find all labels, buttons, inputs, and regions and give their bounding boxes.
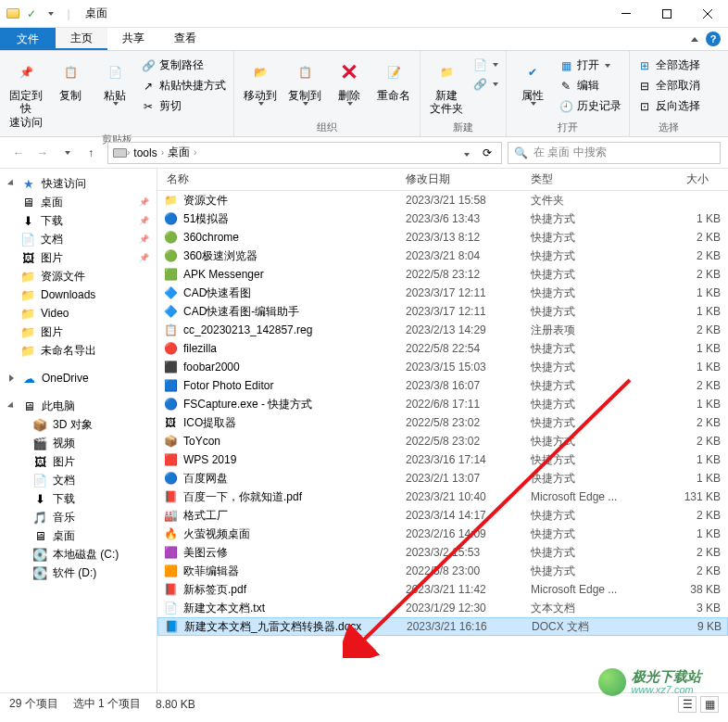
table-row[interactable]: 🔷CAD快速看图2023/3/17 12:11快捷方式1 KB — [157, 284, 728, 302]
history-button[interactable]: 🕘历史记录 — [555, 96, 625, 116]
newfolder-button[interactable]: 📁新建 文件夹 — [424, 56, 469, 118]
expand-icon[interactable] — [7, 401, 16, 410]
table-row[interactable]: 🔴filezilla2022/5/8 22:54快捷方式1 KB — [157, 339, 728, 358]
tab-home[interactable]: 主页 — [56, 28, 107, 50]
sidebar-item[interactable]: 💽本地磁盘 (C:) — [0, 545, 157, 564]
table-row[interactable]: 🟦Fotor Photo Editor2023/3/8 16:07快捷方式2 K… — [157, 376, 728, 395]
sidebar-item[interactable]: 💽软件 (D:) — [0, 564, 157, 582]
cut-button[interactable]: ✂剪切 — [137, 96, 230, 116]
table-row[interactable]: 🟥WPS 20192023/3/16 17:14快捷方式1 KB — [157, 450, 728, 469]
newitem-button[interactable]: 📄 — [469, 56, 502, 74]
forward-button[interactable]: → — [31, 142, 54, 164]
search-input[interactable]: 🔍 在 桌面 中搜索 — [508, 142, 721, 164]
sidebar-item[interactable]: 📁图片 — [0, 323, 157, 341]
table-row[interactable]: 📕新标签页.pdf2023/3/21 11:42Microsoft Edge .… — [157, 580, 728, 599]
sidebar-item[interactable]: 🖼图片 — [0, 452, 157, 471]
sidebar-item[interactable]: 📁未命名导出 — [0, 341, 157, 360]
file-size: 1 KB — [665, 342, 721, 355]
breadcrumb-seg[interactable]: 桌面 — [164, 145, 194, 160]
chevron-right-icon[interactable]: › — [194, 147, 196, 158]
sidebar-item[interactable]: 🎬视频 — [0, 434, 157, 452]
sidebar-onedrive[interactable]: ☁OneDrive — [0, 369, 157, 387]
collapse-ribbon-icon[interactable] — [691, 37, 698, 42]
table-row[interactable]: 🖼ICO提取器2022/5/8 23:02快捷方式2 KB — [157, 413, 728, 432]
col-date[interactable]: 修改日期 — [400, 171, 525, 187]
delete-button[interactable]: ✕删除 — [327, 56, 371, 108]
column-headers[interactable]: 名称 修改日期 类型 大小 — [157, 169, 728, 191]
pasteshortcut-button[interactable]: ↗粘贴快捷方式 — [137, 76, 230, 95]
selectnone-button[interactable]: ⊟全部取消 — [634, 76, 704, 95]
addr-dropdown[interactable] — [457, 146, 475, 159]
close-button[interactable] — [687, 0, 728, 28]
table-row[interactable]: 🔵百度网盘2023/2/1 13:07快捷方式1 KB — [157, 469, 728, 488]
copy-button[interactable]: 📋 复制 — [48, 56, 93, 104]
sidebar-quickaccess[interactable]: ★快速访问 — [0, 174, 157, 193]
tab-view[interactable]: 查看 — [159, 28, 211, 50]
sidebar-item[interactable]: ⬇下载 — [0, 211, 157, 230]
col-name[interactable]: 名称 — [157, 171, 400, 187]
sidebar-item[interactable]: 🖥桌面 — [0, 526, 157, 545]
recent-dropdown[interactable] — [56, 142, 78, 164]
table-row[interactable]: 📕百度一下，你就知道.pdf2023/3/21 10:40Microsoft E… — [157, 488, 728, 506]
table-row[interactable]: 🟪美图云修2023/3/2 15:53快捷方式2 KB — [157, 543, 728, 562]
table-row[interactable]: 🟢360极速浏览器2023/3/21 8:04快捷方式2 KB — [157, 247, 728, 265]
sidebar-thispc[interactable]: 🖥此电脑 — [0, 397, 157, 415]
table-row[interactable]: 🟢360chrome2023/3/13 8:12快捷方式2 KB — [157, 228, 728, 247]
sidebar[interactable]: ★快速访问 🖥桌面⬇下载📄文档🖼图片📁资源文件📁Downloads📁Video📁… — [0, 169, 157, 692]
table-row[interactable]: 📘新建文本文档_九雷文档转换器.docx2023/3/21 16:16DOCX … — [157, 617, 728, 636]
copyto-button[interactable]: 📋复制到 — [282, 56, 327, 108]
back-button[interactable]: ← — [7, 142, 30, 164]
maximize-button[interactable] — [646, 0, 687, 28]
tab-share[interactable]: 共享 — [107, 28, 159, 50]
file-size: 1 KB — [665, 212, 721, 225]
pin-quickaccess-button[interactable]: 📌 固定到快 速访问 — [4, 56, 48, 131]
table-row[interactable]: 📄新建文本文档.txt2023/1/29 12:30文本文档3 KB — [157, 599, 728, 617]
sidebar-item[interactable]: 📁Downloads — [0, 285, 157, 304]
sidebar-item[interactable]: 🎵音乐 — [0, 508, 157, 526]
expand-icon[interactable] — [7, 179, 16, 187]
easyaccess-button[interactable]: 🔗 — [469, 75, 502, 94]
breadcrumb-seg[interactable]: tools — [130, 146, 160, 159]
copypath-button[interactable]: 🔗复制路径 — [137, 56, 230, 75]
sidebar-item[interactable]: 📦3D 对象 — [0, 415, 157, 434]
open-button[interactable]: ▦打开 — [555, 56, 625, 75]
check-icon[interactable]: ✓ — [24, 6, 39, 21]
table-row[interactable]: 📋cc_20230213_142857.reg2023/2/13 14:29注册… — [157, 321, 728, 339]
col-size[interactable]: 大小 — [659, 171, 715, 187]
up-button[interactable]: ↑ — [80, 142, 102, 164]
sidebar-item[interactable]: 📄文档 — [0, 471, 157, 489]
address-bar[interactable]: › tools › 桌面 › ⟳ — [107, 142, 502, 164]
qat-dropdown[interactable] — [43, 6, 57, 21]
moveto-button[interactable]: 📂移动到 — [238, 56, 282, 108]
col-type[interactable]: 类型 — [525, 171, 659, 187]
invert-button[interactable]: ⊡反向选择 — [634, 96, 704, 116]
file-date: 2023/3/14 14:17 — [406, 509, 531, 522]
edit-button[interactable]: ✎编辑 — [555, 76, 625, 95]
help-icon[interactable]: ? — [706, 32, 721, 46]
table-row[interactable]: 🟩APK Messenger2022/5/8 23:12快捷方式2 KB — [157, 265, 728, 284]
sidebar-item[interactable]: 📁Video — [0, 304, 157, 323]
rows[interactable]: 📁资源文件2023/3/21 15:58文件夹🔵51模拟器2023/3/6 13… — [157, 191, 728, 692]
paste-button[interactable]: 📄 粘贴 — [93, 56, 137, 108]
sidebar-item[interactable]: ⬇下载 — [0, 489, 157, 508]
table-row[interactable]: 📦ToYcon2022/5/8 23:02快捷方式2 KB — [157, 432, 728, 450]
minimize-button[interactable] — [606, 0, 646, 28]
table-row[interactable]: 🟧欧菲编辑器2022/5/8 23:00快捷方式2 KB — [157, 562, 728, 580]
rename-button[interactable]: 📝重命名 — [371, 56, 416, 104]
table-row[interactable]: 🔷CAD快速看图-编辑助手2023/3/17 12:11快捷方式1 KB — [157, 302, 728, 321]
table-row[interactable]: 📁资源文件2023/3/21 15:58文件夹 — [157, 191, 728, 209]
tab-file[interactable]: 文件 — [0, 28, 56, 50]
expand-icon[interactable] — [9, 374, 14, 382]
sidebar-item[interactable]: 📁资源文件 — [0, 267, 157, 285]
table-row[interactable]: 🔵51模拟器2023/3/6 13:43快捷方式1 KB — [157, 209, 728, 228]
table-row[interactable]: 🏭格式工厂2023/3/14 14:17快捷方式2 KB — [157, 506, 728, 525]
table-row[interactable]: 🔥火萤视频桌面2023/2/16 14:09快捷方式1 KB — [157, 525, 728, 543]
table-row[interactable]: ⬛foobar20002023/3/15 15:03快捷方式1 KB — [157, 358, 728, 376]
selectall-button[interactable]: ⊞全部选择 — [634, 56, 704, 75]
sidebar-item[interactable]: 🖥桌面 — [0, 193, 157, 211]
refresh-button[interactable]: ⟳ — [477, 146, 497, 159]
sidebar-item[interactable]: 📄文档 — [0, 230, 157, 248]
sidebar-item[interactable]: 🖼图片 — [0, 248, 157, 267]
table-row[interactable]: 🔵FSCapture.exe - 快捷方式2022/6/8 17:11快捷方式1… — [157, 395, 728, 413]
properties-button[interactable]: ✔属性 — [510, 56, 555, 108]
